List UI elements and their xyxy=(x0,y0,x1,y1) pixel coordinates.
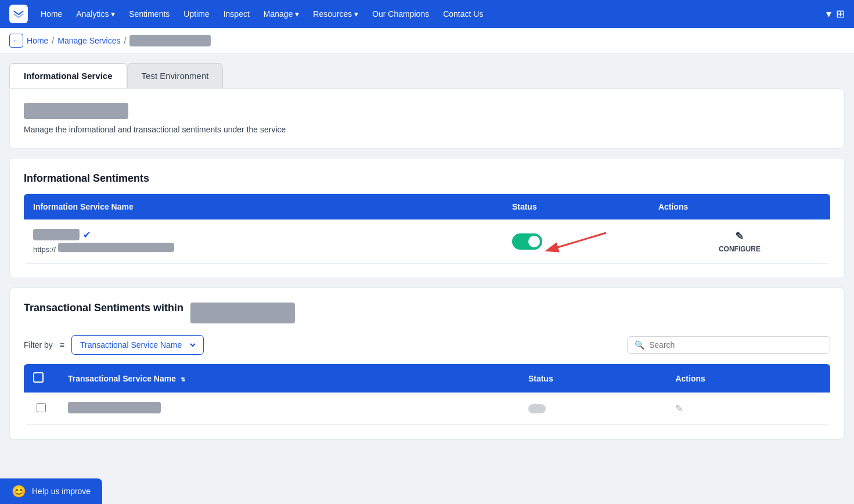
transactional-name-redacted xyxy=(190,303,295,323)
breadcrumb-sep1: / xyxy=(52,36,54,45)
transactional-sentiments-card: Transactional Sentiments within Filter b… xyxy=(9,287,845,440)
transactional-table-row: ✎ xyxy=(24,393,830,425)
row-checkbox[interactable] xyxy=(37,403,46,412)
svg-line-1 xyxy=(548,233,606,250)
informational-sentiments-card: Informational Sentiments Information Ser… xyxy=(9,158,845,278)
transactional-header-row: Transactional Service Name ⇅ Status Acti… xyxy=(24,364,830,393)
col-transactional-actions: Actions xyxy=(666,364,830,393)
service-row-name: ✔ https:// xyxy=(33,229,493,254)
breadcrumb-manage[interactable]: Manage Services xyxy=(57,36,120,45)
main-content: Informational Service Test Environment M… xyxy=(0,54,854,458)
col-info-name: Information Service Name xyxy=(24,194,503,219)
breadcrumb-current xyxy=(129,35,211,46)
row-name-cell xyxy=(59,393,519,425)
search-input[interactable] xyxy=(649,340,823,350)
transactional-heading-row: Transactional Sentiments within xyxy=(24,302,830,323)
breadcrumb-sep2: / xyxy=(124,36,126,45)
service-info-card: Manage the informational and transaction… xyxy=(9,88,845,149)
search-icon: 🔍 xyxy=(635,340,644,350)
col-transactional-name: Transactional Service Name ⇅ xyxy=(59,364,519,393)
configure-label: CONFIGURE xyxy=(719,245,761,253)
sort-icon[interactable]: ⇅ xyxy=(181,376,185,383)
col-transactional-status: Status xyxy=(519,364,666,393)
info-status-cell xyxy=(503,219,649,264)
col-checkbox xyxy=(24,364,59,393)
nav-contact[interactable]: Contact Us xyxy=(437,6,489,22)
info-name-redacted xyxy=(33,229,80,240)
info-actions-cell: ✎ CONFIGURE xyxy=(649,219,830,264)
informational-table-header-row: Information Service Name Status Actions xyxy=(24,194,830,219)
url-prefix: https:// xyxy=(33,245,56,254)
toggle-slider xyxy=(512,233,542,250)
row-actions-cell: ✎ xyxy=(666,393,830,425)
logo xyxy=(9,5,28,23)
row-checkbox-cell xyxy=(24,393,59,425)
row-configure-icon[interactable]: ✎ xyxy=(675,404,683,413)
url-redacted xyxy=(58,243,174,252)
row-status-cell xyxy=(519,393,666,425)
col-info-status: Status xyxy=(503,194,649,219)
filter-select[interactable]: Transactional Service Name xyxy=(71,335,204,355)
nav-analytics[interactable]: Analytics ▾ xyxy=(70,6,121,22)
select-all-checkbox[interactable] xyxy=(33,372,44,383)
informational-table-row: ✔ https:// xyxy=(24,219,830,264)
filter-icon: ≡ xyxy=(60,340,64,350)
configure-button[interactable]: ✎ CONFIGURE xyxy=(658,230,821,253)
service-description: Manage the informational and transaction… xyxy=(24,125,830,134)
verified-check-icon: ✔ xyxy=(83,229,91,240)
status-toggle[interactable] xyxy=(512,233,542,250)
nav-uptime[interactable]: Uptime xyxy=(178,6,215,22)
nav-manage[interactable]: Manage ▾ xyxy=(258,6,305,22)
red-arrow-icon xyxy=(542,227,612,256)
configure-icon: ✎ xyxy=(735,230,744,243)
informational-title: Informational Sentiments xyxy=(24,172,830,185)
tab-test-environment[interactable]: Test Environment xyxy=(127,63,224,88)
transactional-table: Transactional Service Name ⇅ Status Acti… xyxy=(24,364,830,425)
row-name-redacted xyxy=(68,402,161,413)
nav-champions[interactable]: Our Champions xyxy=(366,6,435,22)
expand-icon[interactable]: ▾ xyxy=(826,8,831,20)
tab-informational[interactable]: Informational Service xyxy=(9,63,127,88)
breadcrumb-home[interactable]: Home xyxy=(27,36,48,45)
info-service-name-cell: ✔ https:// xyxy=(24,219,503,264)
service-name-redacted xyxy=(24,103,128,119)
transactional-title: Transactional Sentiments within xyxy=(24,302,183,314)
nav-home[interactable]: Home xyxy=(35,6,68,22)
grid-icon[interactable]: ⊞ xyxy=(836,8,845,20)
tabs-container: Informational Service Test Environment xyxy=(9,63,845,88)
filter-row: Filter by ≡ Transactional Service Name 🔍 xyxy=(24,335,830,355)
info-url-row: https:// xyxy=(33,243,493,254)
service-name-badge: ✔ xyxy=(33,229,493,240)
informational-table: Information Service Name Status Actions … xyxy=(24,194,830,264)
col-info-actions: Actions xyxy=(649,194,830,219)
nav-inspect[interactable]: Inspect xyxy=(218,6,255,22)
nav-resources[interactable]: Resources ▾ xyxy=(307,6,364,22)
search-wrap: 🔍 xyxy=(627,336,830,354)
nav-sentiments[interactable]: Sentiments xyxy=(123,6,175,22)
filter-label: Filter by xyxy=(24,340,53,350)
breadcrumb: ← Home / Manage Services / xyxy=(0,28,854,54)
navbar-icons: ▾ ⊞ xyxy=(826,8,845,20)
navbar: Home Analytics ▾ Sentiments Uptime Inspe… xyxy=(0,0,854,28)
back-button[interactable]: ← xyxy=(9,34,23,48)
